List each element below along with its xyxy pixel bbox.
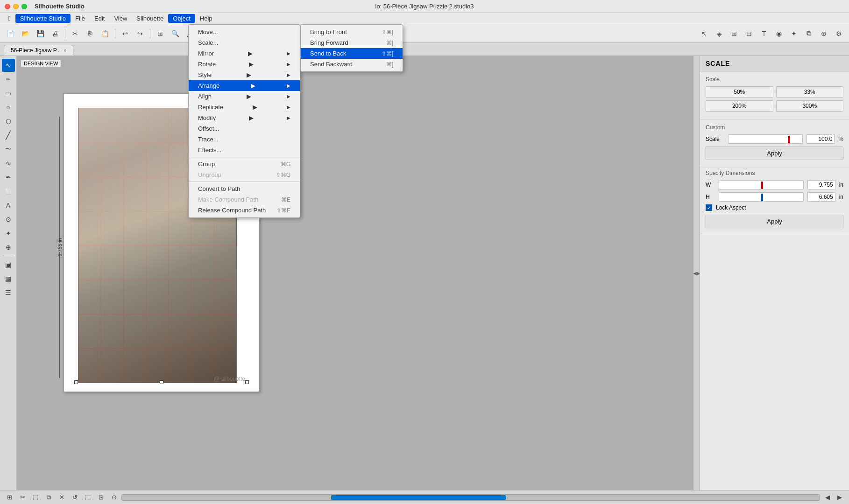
traffic-lights[interactable] bbox=[5, 4, 27, 9]
node-tool[interactable]: ◈ bbox=[713, 27, 726, 40]
bottom-icon-9[interactable]: ⊙ bbox=[108, 492, 120, 503]
menu-style[interactable]: Style ▶ bbox=[189, 70, 300, 80]
eraser-tool[interactable]: ⬜ bbox=[2, 185, 15, 198]
bottom-icon-6[interactable]: ↺ bbox=[69, 492, 80, 503]
ellipse-tool[interactable]: ○ bbox=[2, 101, 15, 114]
fill-color-tool[interactable]: ⊙ bbox=[2, 213, 15, 226]
menu-trace[interactable]: Trace... bbox=[189, 134, 300, 145]
apply-scale-btn[interactable]: Apply bbox=[706, 147, 843, 160]
effects-icon[interactable]: ✦ bbox=[787, 27, 800, 40]
menu-file[interactable]: File bbox=[71, 14, 90, 23]
menu-arrange[interactable]: Arrange ▶ bbox=[189, 80, 300, 91]
scrollbar-thumb[interactable] bbox=[331, 495, 506, 500]
menu-mirror[interactable]: Mirror ▶ bbox=[189, 48, 300, 59]
height-slider[interactable] bbox=[719, 192, 804, 202]
menu-group[interactable]: Group ⌘G bbox=[189, 159, 300, 169]
new-icon[interactable]: 📄 bbox=[4, 27, 17, 40]
panel-collapse-handle[interactable]: ◀▶ bbox=[693, 56, 700, 490]
eyedropper-tool[interactable]: ✦ bbox=[2, 227, 15, 240]
arrange-send-backward[interactable]: Send Backward ⌘[ bbox=[301, 59, 403, 70]
freehand-tool[interactable]: 〜 bbox=[2, 143, 15, 156]
menu-align[interactable]: Align ▶ bbox=[189, 91, 300, 102]
transform-icon[interactable]: ⊕ bbox=[817, 27, 830, 40]
custom-scale-input[interactable] bbox=[807, 134, 835, 144]
bottom-icon-1[interactable]: ⊞ bbox=[4, 492, 15, 503]
minimize-button[interactable] bbox=[13, 4, 19, 9]
pen-tool[interactable]: ✒ bbox=[2, 171, 15, 184]
select-tool[interactable]: ↖ bbox=[2, 59, 15, 72]
menu-edit[interactable]: Edit bbox=[90, 14, 109, 23]
menu-offset[interactable]: Offset... bbox=[189, 123, 300, 134]
object-menu[interactable]: Move... Scale... Mirror ▶ Rotate ▶ Style… bbox=[188, 24, 300, 218]
bottom-icon-8[interactable]: ⎘ bbox=[95, 492, 106, 503]
menu-release-compound[interactable]: Release Compound Path ⇧⌘E bbox=[189, 205, 300, 216]
arrange-bring-forward[interactable]: Bring Forward ⌘] bbox=[301, 37, 403, 48]
menu-make-compound[interactable]: Make Compound Path ⌘E bbox=[189, 194, 300, 205]
document-tab[interactable]: 56-Piece Jigsaw P... × bbox=[4, 45, 73, 56]
scroll-right-btn[interactable]: ▶ bbox=[834, 492, 845, 503]
scale-200-btn[interactable]: 200% bbox=[706, 100, 773, 112]
settings-icon[interactable]: ⚙ bbox=[832, 27, 845, 40]
menu-silhouette[interactable]: Silhouette bbox=[132, 14, 168, 23]
zoom-in-icon[interactable]: 🔍 bbox=[169, 27, 182, 40]
undo-icon[interactable]: ↩ bbox=[119, 27, 132, 40]
menu-help[interactable]: Help bbox=[195, 14, 217, 23]
handle-bm[interactable] bbox=[160, 380, 163, 384]
apply-dimensions-btn[interactable]: Apply bbox=[706, 215, 843, 228]
menu-scale[interactable]: Scale... bbox=[189, 37, 300, 48]
scale-50-btn[interactable]: 50% bbox=[706, 86, 773, 98]
panel-2[interactable]: ▦ bbox=[2, 272, 15, 285]
width-slider[interactable] bbox=[719, 180, 804, 189]
redo-icon[interactable]: ↪ bbox=[134, 27, 147, 40]
menu-effects[interactable]: Effects... bbox=[189, 145, 300, 155]
custom-scale-slider[interactable] bbox=[728, 134, 803, 144]
scale-33-btn[interactable]: 33% bbox=[776, 86, 844, 98]
menu-object[interactable]: Object bbox=[168, 14, 195, 23]
bottom-icon-2[interactable]: ✂ bbox=[17, 492, 28, 503]
arrange-submenu[interactable]: Bring to Front ⇧⌘] Bring Forward ⌘] Send… bbox=[300, 24, 403, 72]
arrange-bring-front[interactable]: Bring to Front ⇧⌘] bbox=[301, 27, 403, 37]
cursor-tool[interactable]: ↖ bbox=[698, 27, 711, 40]
text-icon[interactable]: T bbox=[757, 27, 771, 40]
scale-300-btn[interactable]: 300% bbox=[776, 100, 844, 112]
bottom-icon-7[interactable]: ⬚ bbox=[82, 492, 93, 503]
arrange-send-back[interactable]: Send to Back ⇧⌘[ bbox=[301, 48, 403, 59]
fill-icon[interactable]: ◉ bbox=[772, 27, 785, 40]
replicate-icon[interactable]: ⧉ bbox=[802, 27, 815, 40]
rectangle-tool[interactable]: ▭ bbox=[2, 87, 15, 100]
line-tool[interactable]: ╱ bbox=[2, 129, 15, 142]
menu-replicate[interactable]: Replicate ▶ bbox=[189, 102, 300, 112]
bottom-icon-3[interactable]: ⬚ bbox=[30, 492, 41, 503]
menu-convert-path[interactable]: Convert to Path bbox=[189, 183, 300, 194]
close-button[interactable] bbox=[5, 4, 10, 9]
node-edit-tool[interactable]: ✏ bbox=[2, 73, 15, 86]
zoom-tool[interactable]: ⊕ bbox=[2, 241, 15, 254]
text-tool[interactable]: A bbox=[2, 199, 15, 212]
menu-silhouette-studio[interactable]: Silhouette Studio bbox=[15, 14, 71, 23]
menu-move[interactable]: Move... bbox=[189, 27, 300, 37]
grid-icon[interactable]: ⊞ bbox=[728, 27, 741, 40]
handle-bl[interactable] bbox=[74, 380, 78, 384]
bottom-icon-5[interactable]: ✕ bbox=[56, 492, 67, 503]
bottom-icon-4[interactable]: ⧉ bbox=[43, 492, 54, 503]
panel-1[interactable]: ▣ bbox=[2, 258, 15, 271]
scroll-left-btn[interactable]: ◀ bbox=[822, 492, 833, 503]
height-input[interactable] bbox=[807, 192, 835, 202]
align-icon[interactable]: ⊟ bbox=[743, 27, 756, 40]
copy-icon[interactable]: ⎘ bbox=[84, 27, 97, 40]
save-icon[interactable]: 💾 bbox=[34, 27, 47, 40]
paste-icon[interactable]: 📋 bbox=[99, 27, 112, 40]
tab-close-button[interactable]: × bbox=[64, 48, 66, 53]
bezier-tool[interactable]: ∿ bbox=[2, 157, 15, 170]
lock-aspect-checkbox[interactable]: ✓ bbox=[706, 204, 712, 211]
print-icon[interactable]: 🖨 bbox=[49, 27, 62, 40]
polygon-tool[interactable]: ⬡ bbox=[2, 115, 15, 128]
cut-icon[interactable]: ✂ bbox=[69, 27, 82, 40]
maximize-button[interactable] bbox=[21, 4, 27, 9]
width-input[interactable] bbox=[807, 180, 835, 189]
menu-rotate[interactable]: Rotate ▶ bbox=[189, 59, 300, 70]
menu-view[interactable]: View bbox=[109, 14, 132, 23]
panel-3[interactable]: ☰ bbox=[2, 286, 15, 299]
menu-ungroup[interactable]: Ungroup ⇧⌘G bbox=[189, 169, 300, 180]
horizontal-scrollbar[interactable] bbox=[121, 494, 820, 501]
